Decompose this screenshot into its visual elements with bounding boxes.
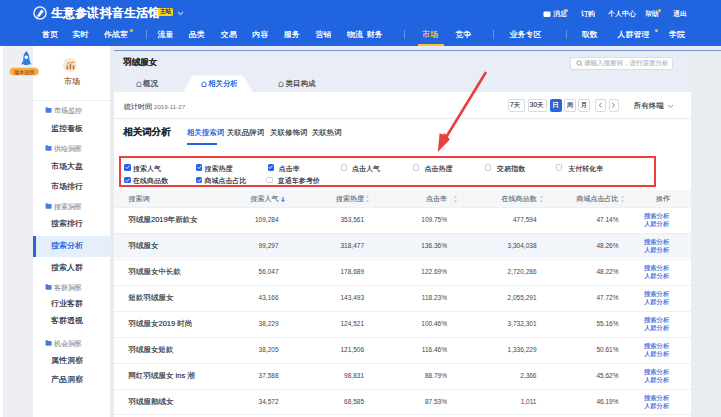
svg-text:版本说明: 版本说明 (14, 69, 34, 76)
